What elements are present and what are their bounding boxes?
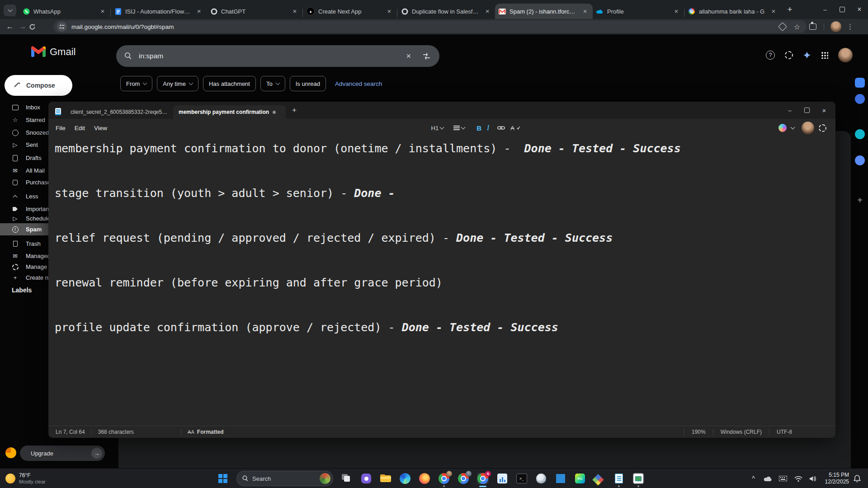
help-icon[interactable]: ? <box>766 51 775 60</box>
chip-from[interactable]: From <box>120 76 152 91</box>
task-view-icon[interactable] <box>341 473 353 484</box>
tab-close-icon[interactable]: × <box>483 7 491 15</box>
edge-icon[interactable] <box>399 473 411 484</box>
zoom-level[interactable]: 190% <box>692 429 706 435</box>
bold-button[interactable]: B <box>474 122 484 134</box>
pycharm-icon[interactable]: PC <box>574 473 586 484</box>
chrome-profile1-icon[interactable] <box>438 473 450 484</box>
notepad-close-button[interactable]: × <box>816 103 833 117</box>
back-icon[interactable]: ← <box>4 22 16 31</box>
keep-icon[interactable] <box>855 94 865 104</box>
advanced-search-link[interactable]: Advanced search <box>335 80 382 87</box>
search-query-text[interactable]: in:spam <box>139 52 163 60</box>
extensions-puzzle-icon[interactable] <box>809 23 816 30</box>
browser-tab-chatgpt[interactable]: ChatGPT × <box>207 4 302 19</box>
wifi-icon[interactable] <box>794 476 805 482</box>
browser-tab-isij-docs[interactable]: ISIJ - Automation/Flows S × <box>111 4 207 19</box>
tab-close-icon[interactable]: × <box>769 7 778 15</box>
diagrams-icon[interactable] <box>594 473 605 484</box>
menu-edit[interactable]: Edit <box>70 122 90 134</box>
reading-mode-icon[interactable] <box>778 22 787 31</box>
window-minimize-button[interactable]: – <box>816 3 834 16</box>
taskpro-app-icon[interactable] <box>632 473 644 484</box>
copilot-button[interactable] <box>776 122 797 134</box>
site-info-icon[interactable] <box>57 22 67 32</box>
volume-icon[interactable] <box>810 476 821 482</box>
tab-close-icon[interactable]: × <box>672 7 680 15</box>
tab-close-icon[interactable]: × <box>291 7 299 15</box>
search-icon[interactable] <box>124 52 132 60</box>
tab-close-icon[interactable]: × <box>385 7 393 15</box>
browser-tab-gmail-spam-active[interactable]: Spam (2) - ishann.tforce@ × <box>495 4 593 19</box>
weather-widget[interactable]: 76°F Mostly clear <box>5 472 46 485</box>
contacts-icon[interactable] <box>855 155 865 165</box>
tray-clock[interactable]: 5:15 PM 12/2/2025 <box>825 472 849 485</box>
omnibox[interactable]: mail.google.com/mail/u/0/?ogbl#spam ☆ <box>53 20 807 33</box>
touch-keyboard-icon[interactable] <box>779 476 790 481</box>
tab-search-button[interactable] <box>4 5 16 16</box>
encoding[interactable]: UTF-8 <box>777 429 792 435</box>
line-ending[interactable]: Windows (CRLF) <box>721 429 762 435</box>
browser-tab-whatsapp[interactable]: WhatsApp × <box>19 4 110 19</box>
list-style-dropdown[interactable] <box>451 124 467 132</box>
browser-tab-profile[interactable]: Profile × <box>593 4 684 19</box>
search-filters-icon[interactable] <box>423 53 430 60</box>
vscode-icon[interactable] <box>555 473 566 484</box>
task-manager-icon[interactable] <box>496 473 508 484</box>
url-text[interactable]: mail.google.com/mail/u/0/?ogbl#spam <box>71 23 174 30</box>
heading-style-dropdown[interactable]: H1 <box>429 123 447 133</box>
notepad-plus-plus-icon[interactable] <box>613 473 625 484</box>
bookmark-star-icon[interactable]: ☆ <box>794 23 800 31</box>
add-addon-plus-icon[interactable]: + <box>855 195 865 205</box>
tab-close-icon[interactable]: × <box>99 7 107 15</box>
notification-bell-icon[interactable] <box>854 475 864 483</box>
menu-file[interactable]: File <box>51 122 70 134</box>
notepad-tab-client-secret[interactable]: client_secret_2_60053885332-2reqe52rribc <box>65 105 173 119</box>
file-explorer-icon[interactable] <box>380 473 392 484</box>
chrome-profile3-active-icon[interactable]: S <box>477 473 489 484</box>
notepad-tab-membership-active[interactable]: membership payment confirmation <box>173 105 286 119</box>
upgrade-promo-icon[interactable] <box>5 447 16 458</box>
google-apps-grid-icon[interactable] <box>821 52 828 59</box>
meet-now-icon[interactable] <box>360 473 372 484</box>
gemini-icon[interactable] <box>803 51 811 59</box>
window-maximize-button[interactable] <box>834 3 851 16</box>
reload-icon[interactable] <box>29 23 42 30</box>
chip-any-time[interactable]: Any time <box>157 76 198 91</box>
chip-has-attachment[interactable]: Has attachment <box>203 76 256 91</box>
notepad-new-tab-button[interactable]: + <box>292 106 297 115</box>
notepad-settings-icon[interactable] <box>819 124 826 132</box>
firefox-icon[interactable] <box>419 473 430 484</box>
spellcheck-icon[interactable]: A <box>508 123 523 133</box>
clear-search-icon[interactable]: × <box>406 52 411 61</box>
postgresql-icon[interactable] <box>535 473 547 484</box>
browser-tab-create-next-app[interactable]: ▲ Create Next App × <box>303 4 397 19</box>
start-button[interactable] <box>217 473 229 484</box>
gmail-profile-avatar[interactable] <box>838 48 853 62</box>
settings-gear-icon[interactable] <box>785 51 793 59</box>
notepad-minimize-button[interactable]: – <box>781 103 798 117</box>
browser-profile-avatar[interactable] <box>830 21 841 32</box>
onedrive-cloud-icon[interactable] <box>764 476 774 482</box>
chip-to[interactable]: To <box>260 76 285 91</box>
tab-close-icon[interactable]: × <box>195 7 203 15</box>
notepad-account-avatar[interactable] <box>802 122 814 134</box>
insert-link-icon[interactable] <box>495 124 508 132</box>
tasks-icon[interactable] <box>855 129 865 139</box>
notepad-maximize-button[interactable] <box>798 103 816 117</box>
calendar-icon[interactable] <box>855 78 865 88</box>
taskbar-search-box[interactable]: Search <box>236 471 333 486</box>
forward-icon[interactable]: → <box>16 22 29 31</box>
tray-expand-icon[interactable]: ^ <box>748 475 759 482</box>
chrome-profile2-icon[interactable] <box>458 473 469 484</box>
browser-menu-icon[interactable]: ⋮ <box>847 23 854 31</box>
terminal-icon[interactable]: >_ <box>516 473 528 484</box>
tab-close-icon[interactable]: × <box>581 7 589 15</box>
browser-tab-duplicate-flow[interactable]: Duplicate flow in Salesforc × <box>397 4 495 19</box>
format-mode[interactable]: Formatted <box>197 429 224 435</box>
menu-view[interactable]: View <box>90 122 112 134</box>
chip-is-unread[interactable]: Is unread <box>290 76 326 91</box>
window-close-button[interactable]: × <box>851 3 868 16</box>
italic-button[interactable]: I <box>484 122 492 134</box>
browser-tab-google-search[interactable]: G allahumma barik laha - G × <box>684 4 781 19</box>
